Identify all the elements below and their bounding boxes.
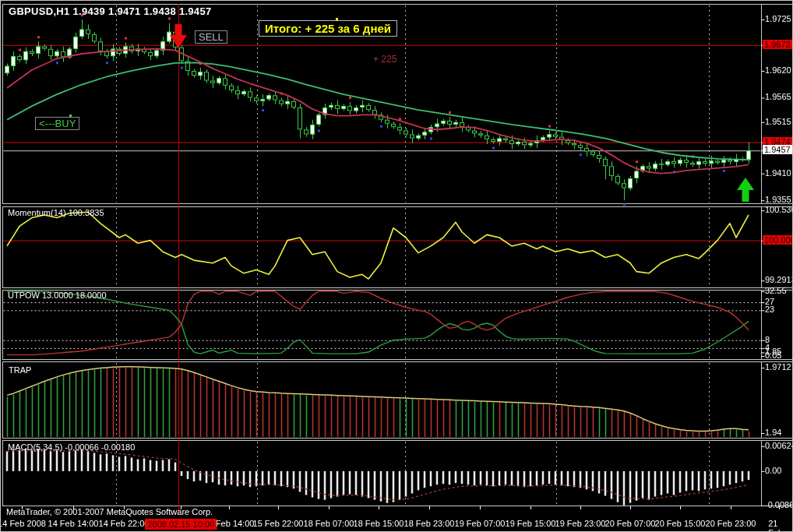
price-axis-label: 1.9410 [765, 168, 791, 178]
buy-label[interactable]: <---BUY [35, 117, 79, 130]
utpow-axis-label: 0.05 [765, 351, 781, 360]
time-axis-label: 21 Feb 07:00 [768, 519, 790, 532]
total-profit-annotation[interactable]: Итого: + 225 за 6 дней [259, 20, 397, 37]
price-axis-label: 1.9620 [765, 65, 791, 75]
momentum-indicator-label: Momentum(14) 100.3835 [8, 208, 104, 217]
time-axis-label: 14 Feb 2008 [0, 519, 46, 528]
time-axis-label: 20 Feb 15:00 [655, 519, 706, 528]
time-axis-label: 14 Feb 22:00 [99, 519, 150, 528]
momentum-axis-label: 99.2913 [765, 275, 793, 284]
time-axis-label: 19 Feb 07:00 [455, 519, 506, 528]
time-axis-label: 18 Feb 07:00 [304, 519, 354, 528]
price-axis-label: 1.9673 [763, 40, 792, 49]
time-axis-label: 14 Feb 14:00 [48, 519, 99, 528]
utpow-indicator-label: UTPOW 13.0000 18.0000 [8, 291, 107, 300]
price-axis-label: 1.9457 [763, 145, 792, 154]
momentum-axis-label: 100.0000 [763, 235, 793, 245]
momentum-axis-label: 100.5301 [765, 205, 793, 214]
mt4-chart-window: GBPUSD,H1 1.9439 1.9471 1.9438 1.9457 Mo… [0, 0, 793, 532]
price-axis-label: 1.9515 [765, 117, 791, 126]
price-axis-label: 1.9355 [765, 195, 791, 204]
macd-axis-label: 0.00 [765, 466, 781, 475]
time-axis-label: 19 Feb 23:00 [555, 519, 606, 528]
trap-axis-label: 1.94 [765, 428, 781, 437]
utpow-axis-label: 32.55 [765, 286, 787, 295]
time-axis-label: 19 Feb 15:00 [506, 519, 556, 528]
profit-annotation[interactable]: + 225 [373, 54, 396, 65]
time-axis-label: 20 Feb 23:00 [706, 519, 756, 528]
chart-canvas[interactable] [1, 1, 793, 532]
copyright-text: MetaTrader, © 2001-2007 MetaQuotes Softw… [6, 507, 213, 516]
price-axis-label: 1.9725 [765, 14, 791, 23]
time-axis-label: 18 Feb 23:00 [404, 519, 455, 528]
trap-axis-label: 1.9712 [765, 362, 791, 372]
price-axis-label: 1.9565 [765, 92, 791, 101]
time-axis-label-highlighted: 2008.02.15 10:00 [145, 519, 217, 530]
time-axis-label: 18 Feb 15:00 [354, 519, 404, 528]
sell-label[interactable]: SELL [195, 30, 227, 44]
macd-axis-label: 0.00624 [765, 441, 793, 450]
utpow-axis-label: 23 [765, 305, 774, 314]
trap-indicator-label: TRAP [9, 365, 31, 375]
macd-indicator-label: MACD(5,34,5) -0.00066 -0.00180 [8, 442, 135, 452]
symbol-ohlc-title: GBPUSD,H1 1.9439 1.9471 1.9438 1.9457 [9, 5, 211, 17]
time-axis-label: 15 Feb 22:00 [253, 519, 304, 528]
time-axis-label: 20 Feb 07:00 [605, 519, 656, 528]
macd-axis-label: -0.00864 [765, 500, 793, 509]
